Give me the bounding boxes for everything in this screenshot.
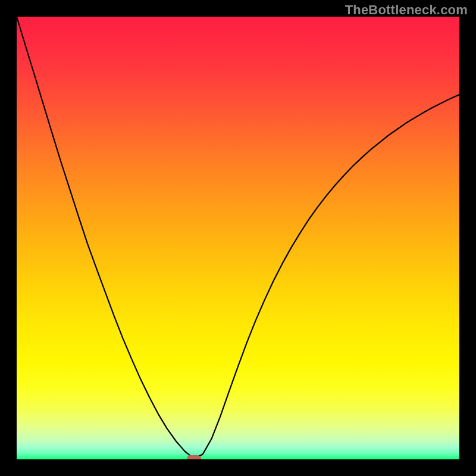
bottleneck-curve [17, 17, 459, 459]
chart-frame: TheBottleneck.com [0, 0, 476, 476]
watermark-text: TheBottleneck.com [345, 2, 468, 18]
minimum-marker [187, 455, 201, 460]
plot-area [17, 17, 459, 459]
